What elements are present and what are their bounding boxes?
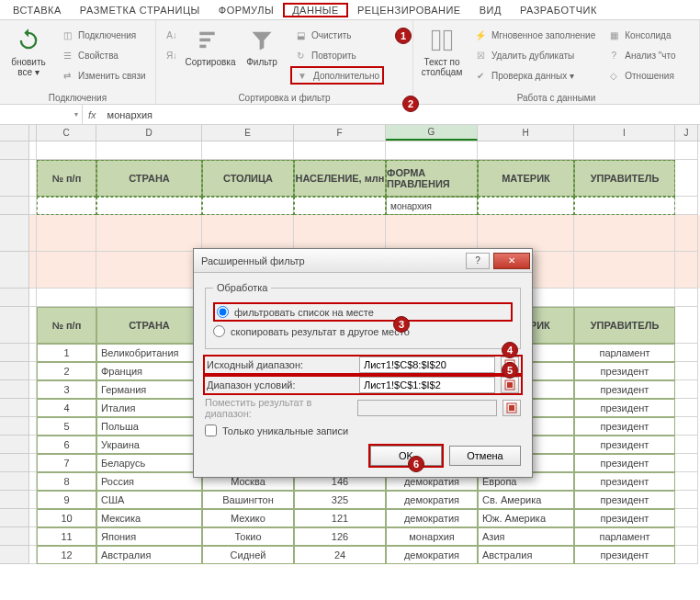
dialog-close-button[interactable]: ✕ xyxy=(493,253,530,269)
sort-desc-button[interactable]: Я↓ xyxy=(162,46,182,64)
name-box[interactable] xyxy=(0,105,83,124)
cell-num[interactable]: 6 xyxy=(37,436,96,454)
criteria-cell[interactable] xyxy=(478,197,574,215)
cell-ruler[interactable]: президент xyxy=(574,509,675,527)
consolidate-button[interactable]: ▦Консолида xyxy=(604,26,678,44)
relations-button[interactable]: ◇Отношения xyxy=(604,66,678,85)
unique-checkbox[interactable] xyxy=(205,425,217,436)
cell-num[interactable]: 1 xyxy=(37,344,96,362)
cell-ruler[interactable]: президент xyxy=(574,362,675,380)
advanced-filter-button[interactable]: ▼Дополнительно xyxy=(290,66,384,85)
criteria-cell[interactable] xyxy=(574,197,675,215)
criteria-cell-value[interactable]: монархия xyxy=(386,197,478,215)
col-D[interactable]: D xyxy=(96,125,202,141)
cell-ruler[interactable]: президент xyxy=(574,380,675,399)
tab-developer[interactable]: РАЗРАБОТЧИК xyxy=(511,3,606,17)
criteria-range-ref-button[interactable] xyxy=(501,377,519,393)
tab-review[interactable]: РЕЦЕНЗИРОВАНИЕ xyxy=(348,3,470,17)
cell-num[interactable]: 11 xyxy=(37,527,96,546)
copy-to-ref-button[interactable] xyxy=(502,400,521,416)
cell-country[interactable]: Россия xyxy=(96,472,202,491)
ok-button[interactable]: OK xyxy=(370,446,442,466)
criteria-cell[interactable] xyxy=(202,197,294,215)
radio-filter-in-place[interactable]: фильтровать список на месте xyxy=(213,302,513,322)
cell-government[interactable]: демократия xyxy=(386,546,478,564)
col-J[interactable]: J xyxy=(675,125,698,141)
data-validation-button[interactable]: ✔Проверка данных ▾ xyxy=(470,66,598,85)
cell-capital[interactable]: Вашингтон xyxy=(202,491,294,509)
col-E[interactable]: E xyxy=(202,125,294,141)
cell-country[interactable]: Германия xyxy=(96,380,202,399)
radio-copy-to[interactable]: скопировать результат в другое место xyxy=(213,325,513,337)
criteria-cell[interactable] xyxy=(37,197,96,215)
cell-government[interactable]: демократия xyxy=(386,491,478,509)
tab-formulas[interactable]: ФОРМУЛЫ xyxy=(209,3,283,17)
cell-country[interactable]: Австралия xyxy=(96,546,202,564)
col-C[interactable]: C xyxy=(37,125,96,141)
cell-num[interactable]: 2 xyxy=(37,362,96,380)
refresh-all-button[interactable]: бновить все ▾ xyxy=(6,22,51,77)
cell-population[interactable]: 325 xyxy=(294,491,386,509)
sort-button[interactable]: Сортировка xyxy=(187,22,233,67)
cell-country[interactable]: Беларусь xyxy=(96,454,202,472)
col-F[interactable]: F xyxy=(294,125,386,141)
col-I[interactable]: I xyxy=(574,125,675,141)
cell-country[interactable]: Украина xyxy=(96,436,202,454)
col-G[interactable]: G xyxy=(386,125,478,141)
flash-fill-button[interactable]: ⚡Мгновенное заполнение xyxy=(470,26,598,44)
cell-population[interactable]: 126 xyxy=(294,527,386,546)
dialog-help-button[interactable]: ? xyxy=(466,253,490,269)
cell-ruler[interactable]: президент xyxy=(574,472,675,491)
cell-capital[interactable]: Токио xyxy=(202,527,294,546)
cell-num[interactable]: 9 xyxy=(37,491,96,509)
cell-country[interactable]: Мексика xyxy=(96,509,202,527)
cell-num[interactable]: 12 xyxy=(37,546,96,564)
connections-button[interactable]: ◫Подключения xyxy=(57,26,149,44)
remove-duplicates-button[interactable]: ☒Удалить дубликаты xyxy=(470,46,598,64)
cell-continent[interactable]: Юж. Америка xyxy=(478,509,574,527)
fx-icon[interactable]: fx xyxy=(83,109,102,120)
edit-links-button[interactable]: ⇄Изменить связи xyxy=(57,66,149,85)
cell-government[interactable]: монархия xyxy=(386,527,478,546)
cell-country[interactable]: США xyxy=(96,491,202,509)
col-H[interactable]: H xyxy=(478,125,574,141)
cell-num[interactable]: 3 xyxy=(37,380,96,399)
cell-country[interactable]: Польша xyxy=(96,417,202,436)
cell-ruler[interactable]: президент xyxy=(574,436,675,454)
cell-ruler[interactable]: президент xyxy=(574,399,675,417)
cell-ruler[interactable]: президент xyxy=(574,454,675,472)
cell-num[interactable]: 10 xyxy=(37,509,96,527)
unique-records-row[interactable]: Только уникальные записи xyxy=(205,425,521,436)
whatif-button[interactable]: ?Анализ "что xyxy=(604,46,678,64)
cell-population[interactable]: 121 xyxy=(294,509,386,527)
tab-pagelayout[interactable]: РАЗМЕТКА СТРАНИЦЫ xyxy=(71,3,209,17)
cell-ruler[interactable]: парламент xyxy=(574,344,675,362)
cell-ruler[interactable]: президент xyxy=(574,546,675,564)
dialog-titlebar[interactable]: Расширенный фильтр ? ✕ xyxy=(194,249,532,273)
criteria-cell[interactable] xyxy=(294,197,386,215)
cell-ruler[interactable]: президент xyxy=(574,417,675,436)
cell-country[interactable]: Япония xyxy=(96,527,202,546)
reapply-filter-button[interactable]: ↻Повторить xyxy=(290,46,384,64)
cell-num[interactable]: 5 xyxy=(37,417,96,436)
cell-continent[interactable]: Азия xyxy=(478,527,574,546)
radio-copy-input[interactable] xyxy=(213,325,225,337)
tab-view[interactable]: ВИД xyxy=(470,3,511,17)
tab-insert[interactable]: ВСТАВКА xyxy=(4,3,71,17)
cell-num[interactable]: 8 xyxy=(37,472,96,491)
cell-country[interactable]: Великобритания xyxy=(96,344,202,362)
cell-ruler[interactable]: парламент xyxy=(574,527,675,546)
radio-in-place-input[interactable] xyxy=(217,306,229,318)
cell-ruler[interactable]: президент xyxy=(574,491,675,509)
cell-capital[interactable]: Сидней xyxy=(202,546,294,564)
text-to-columns-button[interactable]: Текст по столбцам xyxy=(419,22,465,77)
cell-num[interactable]: 4 xyxy=(37,399,96,417)
cell-country[interactable]: Франция xyxy=(96,362,202,380)
clear-filter-button[interactable]: ⬓Очистить xyxy=(290,26,384,44)
criteria-cell[interactable] xyxy=(96,197,202,215)
formula-input[interactable]: монархия xyxy=(102,109,700,120)
cancel-button[interactable]: Отмена xyxy=(449,446,521,466)
filter-button[interactable]: Фильтр xyxy=(239,22,285,67)
cell-government[interactable]: демократия xyxy=(386,509,478,527)
cell-num[interactable]: 7 xyxy=(37,454,96,472)
